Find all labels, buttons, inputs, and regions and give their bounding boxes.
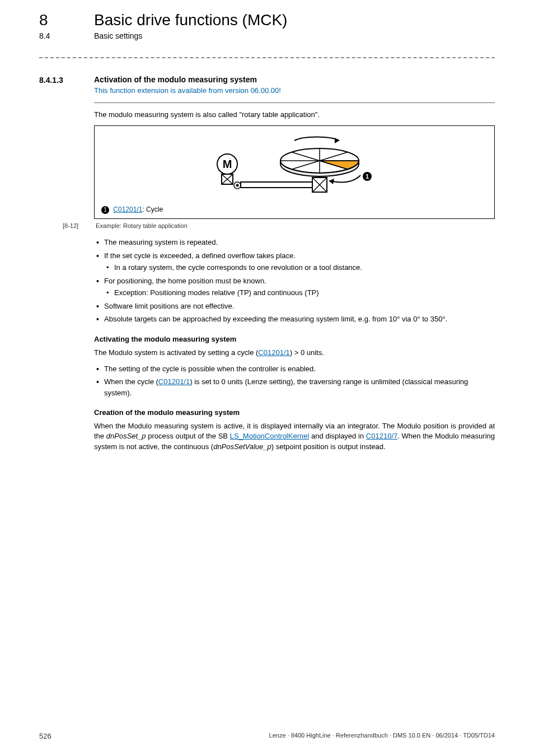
rotary-table-diagram: M	[194, 130, 395, 203]
chapter-number: 8	[39, 11, 94, 29]
list-item: Software limit positions are not effecti…	[94, 301, 495, 312]
svg-rect-7	[241, 182, 312, 188]
legend-marker: 1	[101, 206, 109, 214]
subsection-title: Activation of the modulo measuring syste…	[94, 75, 495, 84]
figure-caption-text: Example: Rotary table application	[96, 222, 188, 229]
list-item: For positioning, the home position must …	[94, 276, 495, 298]
activating-list: The setting of the cycle is possible whe…	[94, 363, 495, 399]
activating-paragraph: The Modulo system is activated by settin…	[94, 348, 495, 358]
chapter-title: Basic drive functions (MCK)	[94, 11, 287, 29]
page-number: 526	[39, 732, 51, 740]
list-item: When the cycle (C01201/1) is set to 0 un…	[94, 376, 495, 398]
section-number: 8.4	[39, 31, 94, 40]
svg-marker-21	[329, 179, 334, 184]
section-title: Basic settings	[94, 31, 142, 40]
figure-box: M	[94, 125, 495, 219]
list-item: The measuring system is repeated.	[94, 237, 495, 248]
thin-divider	[94, 102, 495, 103]
list-item: Exception: Positioning modes relative (T…	[104, 287, 495, 298]
subheading-activating: Activating the modulo measuring system	[94, 335, 495, 343]
svg-text:M: M	[223, 158, 232, 170]
creation-paragraph: When the Modulo measuring system is acti…	[94, 421, 495, 452]
subheading-creation: Creation of the modulo measuring system	[94, 408, 495, 417]
svg-point-6	[236, 184, 239, 187]
param-link[interactable]: C01210/7	[366, 432, 397, 440]
footer-text: Lenze · 8400 HighLine · Referenzhandbuch…	[269, 732, 495, 740]
list-item: The setting of the cycle is possible whe…	[94, 363, 495, 375]
svg-text:1: 1	[366, 173, 369, 180]
param-link[interactable]: C01201/1	[258, 348, 289, 357]
param-link[interactable]: C01201/1	[158, 377, 190, 386]
list-item: If the set cycle is exceeded, a defined …	[94, 250, 495, 273]
legend-link[interactable]: C01201/1	[113, 206, 142, 213]
sb-link[interactable]: LS_MotionControlKernel	[230, 432, 310, 440]
version-note: This function extension is available fro…	[94, 86, 495, 95]
feature-list: The measuring system is repeated. If the…	[94, 237, 495, 325]
list-item: In a rotary system, the cycle correspond…	[104, 262, 495, 273]
list-item: Absolute targets can be approached by ex…	[94, 314, 495, 325]
figure-number: [8-12]	[63, 222, 94, 229]
divider	[39, 57, 495, 58]
figure-caption: [8-12] Example: Rotary table application	[63, 222, 495, 229]
legend-text: : Cycle	[142, 206, 163, 213]
figure-legend: 1 C01201/1: Cycle	[101, 206, 488, 214]
intro-paragraph: The modulo measuring system is also call…	[94, 110, 495, 120]
svg-marker-20	[335, 138, 339, 143]
subsection-number: 8.4.1.3	[39, 76, 63, 85]
page-footer: 526 Lenze · 8400 HighLine · Referenzhand…	[39, 732, 495, 740]
